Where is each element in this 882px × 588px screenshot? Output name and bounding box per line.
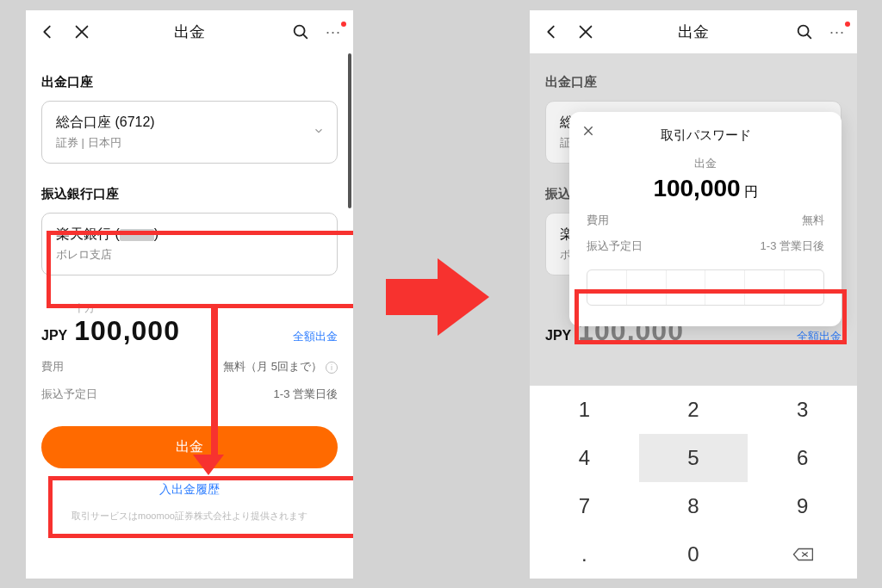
amount-hint: 十万	[74, 301, 95, 316]
full-withdraw-link: 全額出金	[797, 329, 842, 344]
modal-fee-label: 費用	[587, 213, 609, 228]
back-icon[interactable]	[38, 22, 57, 41]
eta-label: 振込予定日	[41, 387, 97, 402]
modal-amount: 100,000円	[587, 175, 824, 202]
backspace-icon	[792, 546, 814, 563]
password-modal: 取引パスワード 出金 100,000円 費用 無料 振込予定日 1-3 営業日後	[569, 112, 842, 326]
history-link[interactable]: 入出金履歴	[41, 482, 338, 498]
withdraw-button[interactable]: 出金	[41, 426, 338, 468]
account-name: 総合口座 (6712)	[56, 114, 323, 132]
close-icon[interactable]	[576, 22, 595, 41]
account-selector[interactable]: 総合口座 (6712) 証券 | 日本円	[41, 101, 338, 164]
chevron-down-icon	[313, 125, 325, 140]
bank-name: 楽天銀行 ()	[56, 226, 323, 244]
section-label-account: 出金口座	[545, 74, 842, 90]
phone-screen-withdraw-form: 出金 ··· 出金口座 総合口座 (6712) 証券 | 日本円 振込銀行口座 …	[26, 10, 353, 579]
pin-cell[interactable]	[667, 270, 706, 305]
key-7[interactable]: 7	[530, 482, 639, 530]
modal-eta-value: 1-3 営業日後	[761, 238, 824, 254]
svg-line-7	[807, 34, 811, 38]
search-icon[interactable]	[291, 22, 310, 41]
notification-dot	[845, 22, 850, 27]
key-dot[interactable]: .	[530, 530, 639, 579]
eta-row: 振込予定日 1-3 営業日後	[41, 387, 338, 402]
modal-fee-row: 費用 無料	[587, 213, 824, 228]
modal-title: 取引パスワード	[587, 127, 824, 144]
key-backspace[interactable]	[748, 530, 857, 579]
numeric-keypad: 1 2 3 4 5 6 7 8 9 . 0	[530, 386, 857, 579]
pin-cell[interactable]	[785, 270, 823, 305]
notification-dot	[341, 22, 346, 27]
redacted-text	[120, 229, 154, 241]
pin-cell[interactable]	[745, 270, 785, 305]
modal-fee-value: 無料	[802, 213, 824, 228]
phone-screen-password-modal: 出金 ··· 出金口座 総 証 振込 楽 ボ JPY 100,000 全額出金 …	[530, 10, 857, 579]
back-icon[interactable]	[542, 22, 561, 41]
key-1[interactable]: 1	[530, 386, 639, 434]
service-footnote: 取引サービスはmoomoo証券株式会社より提供されます	[41, 510, 338, 523]
close-icon[interactable]	[72, 22, 91, 41]
fee-label: 費用	[41, 359, 64, 374]
header-bar: 出金 ···	[530, 10, 857, 53]
modal-subtitle: 出金	[587, 156, 824, 171]
more-icon[interactable]: ···	[326, 23, 341, 41]
pin-cell[interactable]	[705, 270, 745, 305]
amount-value[interactable]: 100,000	[74, 315, 180, 347]
info-icon[interactable]: i	[326, 362, 338, 374]
amount-row: 十万 JPY 100,000 全額出金	[41, 315, 338, 347]
fee-row: 費用 無料（月 5回まで）i	[41, 359, 338, 374]
search-icon[interactable]	[795, 22, 814, 41]
bank-selector[interactable]: 楽天銀行 () ボレロ支店	[41, 213, 338, 275]
annotation-arrow-right	[386, 258, 489, 336]
key-0[interactable]: 0	[639, 530, 748, 579]
currency-label: JPY	[545, 328, 571, 344]
modal-close-icon[interactable]	[581, 124, 595, 141]
page-title: 出金	[678, 22, 709, 42]
page-title: 出金	[174, 22, 205, 42]
section-label-bank: 振込銀行口座	[41, 186, 338, 202]
key-3[interactable]: 3	[748, 386, 857, 434]
key-5[interactable]: 5	[639, 434, 748, 482]
pin-cell[interactable]	[587, 270, 627, 305]
key-6[interactable]: 6	[748, 434, 857, 482]
full-withdraw-link[interactable]: 全額出金	[293, 329, 338, 344]
pin-input[interactable]	[587, 269, 824, 306]
bank-branch: ボレロ支店	[56, 247, 323, 263]
account-detail: 証券 | 日本円	[56, 135, 323, 151]
modal-eta-row: 振込予定日 1-3 営業日後	[587, 238, 824, 254]
fee-value: 無料（月 5回まで）i	[223, 359, 338, 374]
key-2[interactable]: 2	[639, 386, 748, 434]
pin-cell[interactable]	[627, 270, 667, 305]
eta-value: 1-3 営業日後	[274, 387, 338, 402]
modal-eta-label: 振込予定日	[587, 238, 643, 254]
scrollbar[interactable]	[348, 53, 351, 208]
key-4[interactable]: 4	[530, 434, 639, 482]
svg-line-3	[303, 34, 307, 38]
key-8[interactable]: 8	[639, 482, 748, 530]
section-label-account: 出金口座	[41, 74, 338, 90]
more-icon[interactable]: ···	[829, 23, 845, 41]
content-area: 出金口座 総合口座 (6712) 証券 | 日本円 振込銀行口座 楽天銀行 ()…	[26, 53, 353, 579]
header-bar: 出金 ···	[26, 10, 353, 53]
key-9[interactable]: 9	[748, 482, 857, 530]
currency-label: JPY	[41, 328, 67, 344]
